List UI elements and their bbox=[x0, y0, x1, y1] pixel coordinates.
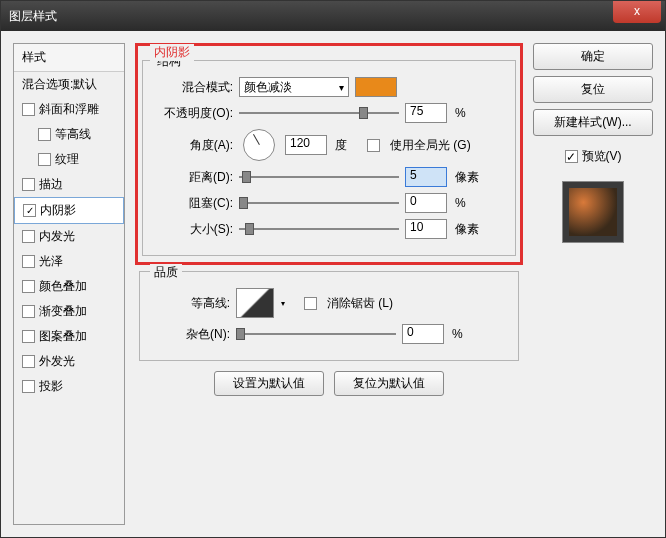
checkbox[interactable] bbox=[38, 153, 51, 166]
preview-thumbnail bbox=[562, 181, 624, 243]
sidebar-item-stroke[interactable]: 描边 bbox=[14, 172, 124, 197]
antialias-label: 消除锯齿 (L) bbox=[327, 295, 393, 312]
opacity-input[interactable]: 75 bbox=[405, 103, 447, 123]
size-input[interactable]: 10 bbox=[405, 219, 447, 239]
close-button[interactable]: x bbox=[613, 1, 661, 23]
section-title: 内阴影 bbox=[150, 44, 194, 61]
titlebar: 图层样式 x bbox=[1, 1, 665, 31]
reset-default-button[interactable]: 复位为默认值 bbox=[334, 371, 444, 396]
checkbox[interactable] bbox=[22, 178, 35, 191]
sidebar-item-gradient-overlay[interactable]: 渐变叠加 bbox=[14, 299, 124, 324]
sidebar-item-satin[interactable]: 光泽 bbox=[14, 249, 124, 274]
right-column: 确定 复位 新建样式(W)... ✓ 预览(V) bbox=[533, 43, 653, 525]
window-title: 图层样式 bbox=[9, 8, 657, 25]
make-default-button[interactable]: 设置为默认值 bbox=[214, 371, 324, 396]
antialias-checkbox[interactable] bbox=[304, 297, 317, 310]
inner-shadow-highlight: 内阴影 结构 混合模式: 颜色减淡▾ 不透明度(O): 75 % bbox=[135, 43, 523, 265]
opacity-unit: % bbox=[455, 106, 466, 120]
distance-slider[interactable] bbox=[239, 169, 399, 185]
blend-mode-select[interactable]: 颜色减淡▾ bbox=[239, 77, 349, 97]
blend-mode-label: 混合模式: bbox=[151, 79, 233, 96]
checkbox[interactable] bbox=[22, 103, 35, 116]
angle-unit: 度 bbox=[335, 137, 347, 154]
sidebar-item-bevel[interactable]: 斜面和浮雕 bbox=[14, 97, 124, 122]
checkbox[interactable] bbox=[22, 355, 35, 368]
sidebar-item-contour[interactable]: 等高线 bbox=[14, 122, 124, 147]
sidebar-item-pattern-overlay[interactable]: 图案叠加 bbox=[14, 324, 124, 349]
noise-label: 杂色(N): bbox=[148, 326, 230, 343]
noise-unit: % bbox=[452, 327, 463, 341]
opacity-slider[interactable] bbox=[239, 105, 399, 121]
cancel-button[interactable]: 复位 bbox=[533, 76, 653, 103]
angle-input[interactable]: 120 bbox=[285, 135, 327, 155]
size-slider[interactable] bbox=[239, 221, 399, 237]
preview-checkbox[interactable]: ✓ bbox=[565, 150, 578, 163]
size-unit: 像素 bbox=[455, 221, 479, 238]
color-swatch[interactable] bbox=[355, 77, 397, 97]
sidebar-item-color-overlay[interactable]: 颜色叠加 bbox=[14, 274, 124, 299]
chevron-down-icon: ▾ bbox=[281, 299, 285, 308]
new-style-button[interactable]: 新建样式(W)... bbox=[533, 109, 653, 136]
global-light-label: 使用全局光 (G) bbox=[390, 137, 471, 154]
size-label: 大小(S): bbox=[151, 221, 233, 238]
choke-unit: % bbox=[455, 196, 466, 210]
distance-input[interactable]: 5 bbox=[405, 167, 447, 187]
checkbox[interactable] bbox=[22, 255, 35, 268]
sidebar-blend-options[interactable]: 混合选项:默认 bbox=[14, 72, 124, 97]
sidebar-item-texture[interactable]: 纹理 bbox=[14, 147, 124, 172]
preview-label: 预览(V) bbox=[582, 148, 622, 165]
sidebar-header: 样式 bbox=[14, 44, 124, 72]
quality-fieldset: 品质 等高线: ▾ 消除锯齿 (L) 杂色(N): 0 % bbox=[139, 271, 519, 361]
close-icon: x bbox=[634, 4, 640, 18]
checkbox[interactable] bbox=[22, 330, 35, 343]
contour-picker[interactable]: ▾ bbox=[236, 288, 274, 318]
contour-label: 等高线: bbox=[148, 295, 230, 312]
distance-label: 距离(D): bbox=[151, 169, 233, 186]
angle-dial[interactable] bbox=[243, 129, 275, 161]
global-light-checkbox[interactable] bbox=[367, 139, 380, 152]
checkbox[interactable] bbox=[22, 230, 35, 243]
checkbox[interactable] bbox=[38, 128, 51, 141]
choke-input[interactable]: 0 bbox=[405, 193, 447, 213]
sidebar-item-inner-glow[interactable]: 内发光 bbox=[14, 224, 124, 249]
main-panel: 内阴影 结构 混合模式: 颜色减淡▾ 不透明度(O): 75 % bbox=[135, 43, 523, 525]
checkbox[interactable]: ✓ bbox=[23, 204, 36, 217]
sidebar-item-drop-shadow[interactable]: 投影 bbox=[14, 374, 124, 399]
opacity-label: 不透明度(O): bbox=[151, 105, 233, 122]
checkbox[interactable] bbox=[22, 305, 35, 318]
structure-fieldset: 结构 混合模式: 颜色减淡▾ 不透明度(O): 75 % 角度(A): bbox=[142, 60, 516, 256]
noise-slider[interactable] bbox=[236, 326, 396, 342]
chevron-down-icon: ▾ bbox=[339, 82, 344, 93]
ok-button[interactable]: 确定 bbox=[533, 43, 653, 70]
noise-input[interactable]: 0 bbox=[402, 324, 444, 344]
distance-unit: 像素 bbox=[455, 169, 479, 186]
preview-row: ✓ 预览(V) bbox=[533, 148, 653, 165]
sidebar-item-outer-glow[interactable]: 外发光 bbox=[14, 349, 124, 374]
angle-label: 角度(A): bbox=[151, 137, 233, 154]
quality-legend: 品质 bbox=[150, 264, 182, 281]
checkbox[interactable] bbox=[22, 280, 35, 293]
sidebar-item-inner-shadow[interactable]: ✓内阴影 bbox=[14, 197, 124, 224]
choke-label: 阻塞(C): bbox=[151, 195, 233, 212]
choke-slider[interactable] bbox=[239, 195, 399, 211]
styles-sidebar: 样式 混合选项:默认 斜面和浮雕 等高线 纹理 描边 ✓内阴影 内发光 光泽 颜… bbox=[13, 43, 125, 525]
checkbox[interactable] bbox=[22, 380, 35, 393]
